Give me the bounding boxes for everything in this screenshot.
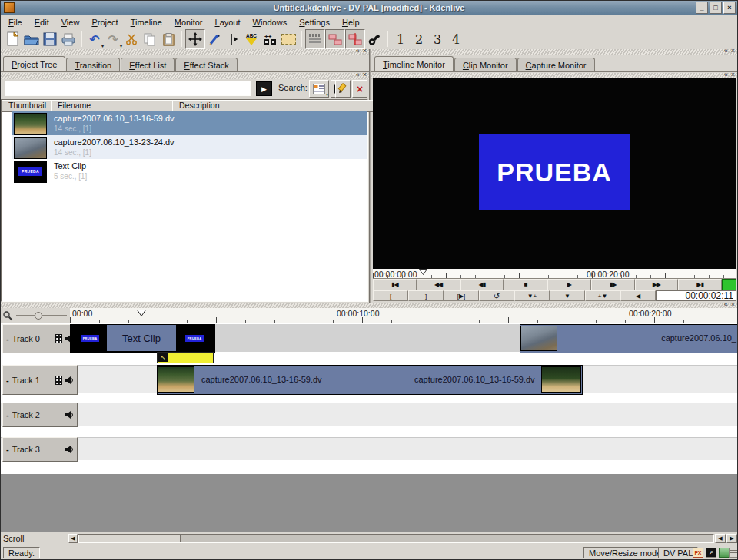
- tab-project-tree[interactable]: Project Tree: [3, 56, 65, 71]
- track-1-header[interactable]: - Track 1: [2, 365, 78, 395]
- menu-file[interactable]: File: [2, 16, 28, 28]
- menu-layout[interactable]: Layout: [209, 16, 247, 28]
- menu-help[interactable]: Help: [336, 16, 366, 28]
- seek-end-button[interactable]: ▶▮: [678, 279, 722, 290]
- new-project-button[interactable]: [4, 30, 22, 48]
- menu-monitor[interactable]: Monitor: [168, 16, 209, 28]
- collapse-icon[interactable]: -: [6, 376, 9, 385]
- workspace-1-button[interactable]: 1: [391, 32, 410, 47]
- clip-list-row[interactable]: capture2007.06.10_13-23-24.dv 14 sec., […: [2, 135, 367, 159]
- track-2-header[interactable]: - Track 2: [2, 403, 78, 427]
- view-mode-button[interactable]: ▾: [309, 80, 329, 98]
- tab-transition[interactable]: Transition: [66, 58, 120, 71]
- track-2-lane[interactable]: [1, 403, 737, 426]
- loop-zone-button[interactable]: ↺: [479, 290, 514, 301]
- thumbnails-toggle-icon[interactable]: [729, 548, 738, 558]
- transition-bar[interactable]: ↖: [157, 352, 214, 363]
- move-tool-button[interactable]: [185, 29, 205, 49]
- timeline-clip-capture2[interactable]: capture2007.06.10_: [520, 324, 738, 353]
- paste-button[interactable]: [159, 30, 178, 48]
- render-button[interactable]: [59, 30, 78, 48]
- minimize-button[interactable]: _: [696, 2, 708, 14]
- timeline-clip-capture1[interactable]: capture2007.06.10_13-16-59.dv capture200…: [157, 365, 583, 395]
- tab-timeline-monitor[interactable]: Timeline Monitor: [374, 56, 454, 71]
- track-3-lane[interactable]: [1, 437, 737, 460]
- preview-toggle-icon[interactable]: ↗: [706, 548, 716, 558]
- zoom-slider-handle[interactable]: [35, 312, 42, 320]
- timeline-view-thumbs-button[interactable]: [305, 29, 325, 49]
- scroll-left-arrow[interactable]: ◀: [68, 534, 78, 543]
- dock-close-icon[interactable]: ×: [363, 48, 367, 55]
- project-dock-handle[interactable]: «×: [1, 49, 369, 55]
- monitor-dock-handle[interactable]: «×: [371, 49, 737, 55]
- redo-button[interactable]: ↷▾: [104, 30, 122, 48]
- titler-button[interactable]: ABC: [242, 30, 261, 48]
- close-button[interactable]: ×: [723, 2, 736, 14]
- search-go-button[interactable]: ▶: [256, 81, 272, 96]
- effects-toggle-icon[interactable]: FX: [693, 548, 703, 558]
- scrollbar-thumb[interactable]: [78, 535, 181, 542]
- dock-float-icon[interactable]: «: [356, 48, 360, 55]
- save-project-button[interactable]: [41, 30, 59, 48]
- dock-float-icon[interactable]: «: [724, 48, 728, 55]
- prev-marker-button[interactable]: ◀: [620, 290, 656, 301]
- timeline-ruler[interactable]: 00:00 00:00:10:00 00:00:20:00: [70, 308, 737, 323]
- workspace-2-button[interactable]: 2: [410, 32, 428, 47]
- goto-marker-button[interactable]: ▼: [550, 290, 585, 301]
- collapse-icon[interactable]: -: [6, 334, 9, 343]
- scroll-left-arrow[interactable]: ◀: [715, 534, 726, 543]
- tab-effect-list[interactable]: Effect List: [121, 58, 175, 71]
- timecode-display[interactable]: 00:00:02:11: [656, 290, 736, 301]
- search-input[interactable]: [5, 81, 251, 96]
- select-zone-button[interactable]: [279, 30, 298, 48]
- workspace-4-button[interactable]: 4: [447, 32, 465, 47]
- timeline-view-audio-button[interactable]: [325, 29, 345, 49]
- track-0-header[interactable]: - Track 0: [2, 324, 78, 353]
- monitor-ruler[interactable]: 00:00:00:00 00:00:20:00: [373, 269, 736, 279]
- cut-button[interactable]: [122, 30, 141, 48]
- dock-close-icon[interactable]: ×: [363, 71, 367, 78]
- column-filename[interactable]: Filename: [51, 100, 180, 112]
- timeline-text-clip[interactable]: PRUEBA Text Clip PRUEBA: [70, 324, 215, 353]
- next-marker-button[interactable]: +▼: [585, 290, 620, 301]
- column-thumbnail[interactable]: Thumbnail: [2, 100, 58, 112]
- menu-settings[interactable]: Settings: [293, 16, 336, 28]
- stop-button[interactable]: ■: [504, 279, 547, 290]
- tab-effect-stack[interactable]: Effect Stack: [175, 58, 238, 71]
- tab-clip-monitor[interactable]: Clip Monitor: [454, 58, 517, 71]
- set-zone-start-button[interactable]: [: [373, 290, 408, 301]
- scroll-right-arrow[interactable]: ▶: [726, 534, 737, 543]
- dock-float-icon[interactable]: «: [724, 301, 728, 308]
- seek-start-button[interactable]: ▮◀: [373, 279, 417, 290]
- monitor-toggle-icon[interactable]: [719, 548, 730, 558]
- spacer-tool-button[interactable]: [224, 30, 242, 48]
- collapse-icon[interactable]: -: [6, 410, 9, 419]
- rewind-button[interactable]: ◀◀: [417, 279, 460, 290]
- menu-windows[interactable]: Windows: [247, 16, 294, 28]
- menu-edit[interactable]: Edit: [28, 16, 55, 28]
- zoom-slider[interactable]: [16, 310, 67, 321]
- fast-forward-button[interactable]: ▶▶: [635, 279, 679, 290]
- workspace-3-button[interactable]: 3: [428, 32, 447, 47]
- play-button[interactable]: ▶: [547, 279, 591, 290]
- resize-clip-button[interactable]: ++: [261, 30, 279, 48]
- edit-clip-button[interactable]: [335, 80, 351, 98]
- record-indicator[interactable]: [722, 279, 736, 290]
- delete-clip-button[interactable]: ×: [352, 80, 367, 98]
- play-zone-button[interactable]: [▶]: [444, 290, 479, 301]
- tab-capture-monitor[interactable]: Capture Monitor: [517, 58, 595, 71]
- column-description[interactable]: Description: [172, 100, 375, 112]
- clip-list-row[interactable]: PRUEBA Text Clip 5 sec., [1]: [2, 159, 367, 183]
- copy-button[interactable]: [141, 30, 159, 48]
- frame-back-button[interactable]: ◀▮: [460, 279, 504, 290]
- timeline-playhead-marker[interactable]: [137, 310, 146, 316]
- dock-close-icon[interactable]: ×: [731, 48, 735, 55]
- project-inner-dock-handle[interactable]: «×: [1, 73, 369, 79]
- razor-tool-button[interactable]: [205, 30, 224, 48]
- external-monitor-button[interactable]: [365, 30, 384, 48]
- undo-button[interactable]: ↶▾: [85, 30, 104, 48]
- menu-project[interactable]: Project: [85, 16, 124, 28]
- maximize-button[interactable]: □: [710, 2, 722, 14]
- frame-forward-button[interactable]: ▮▶: [591, 279, 635, 290]
- title-bar[interactable]: Untitled.kdenlive - DV PAL [modified] - …: [1, 1, 737, 15]
